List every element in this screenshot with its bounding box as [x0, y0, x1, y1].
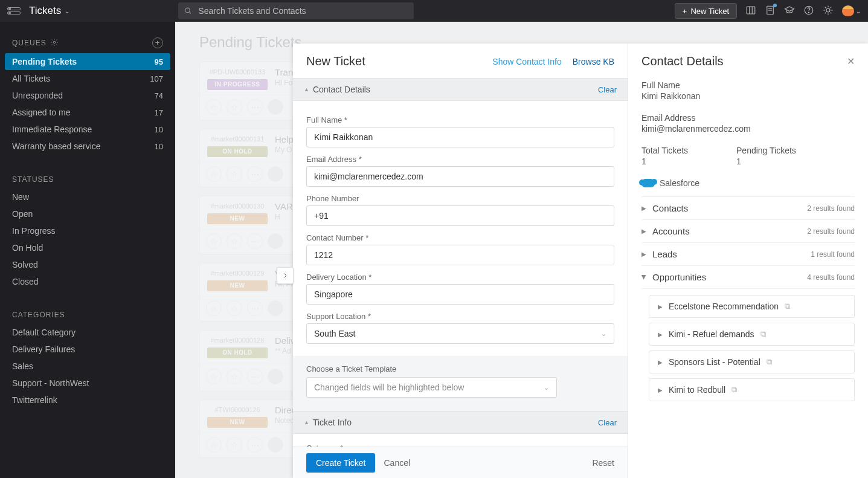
- topbar-icons: ⌄: [745, 5, 861, 18]
- clear-contact-button[interactable]: Clear: [598, 85, 617, 94]
- search-input[interactable]: [198, 6, 408, 16]
- external-link-icon[interactable]: ⧉: [767, 357, 772, 367]
- sidebar-queue-item[interactable]: Assigned to me17: [0, 104, 175, 121]
- academy-icon[interactable]: [784, 5, 795, 18]
- svg-point-10: [826, 8, 830, 12]
- chevron-down-icon: ⌄: [544, 384, 549, 392]
- queues-label: QUEUES: [12, 39, 47, 47]
- status-label: Closed: [12, 277, 39, 286]
- chevron-right-icon: ▶: [641, 205, 646, 212]
- related-group[interactable]: ▶Accounts2 results found: [641, 220, 855, 243]
- related-group-count: 1 result found: [811, 250, 855, 259]
- gear-icon[interactable]: [50, 38, 59, 48]
- opportunity-name: Eccelstone Recommendation: [669, 302, 779, 311]
- full-name-label: Full Name *: [306, 115, 614, 124]
- sidebar-status-item[interactable]: New: [0, 189, 175, 205]
- help-icon[interactable]: [803, 5, 814, 18]
- section-ticket-info[interactable]: ▲ Ticket Info Clear: [293, 411, 628, 434]
- status-label: On Hold: [12, 243, 43, 253]
- sidebar-status-item[interactable]: Open: [0, 205, 175, 222]
- opportunity-item[interactable]: ▶Sponsors List - Potential⧉: [649, 350, 855, 373]
- sidebar-category-item[interactable]: Sales: [0, 358, 175, 375]
- contact-number-input[interactable]: [306, 245, 614, 265]
- reset-button[interactable]: Reset: [592, 458, 614, 468]
- close-icon[interactable]: ✕: [847, 56, 855, 67]
- external-link-icon[interactable]: ⧉: [760, 329, 766, 339]
- sidebar-status-item[interactable]: On Hold: [0, 239, 175, 256]
- svg-line-15: [825, 7, 826, 8]
- svg-point-9: [808, 12, 809, 13]
- queue-count: 107: [150, 74, 163, 83]
- sidebar-category-item[interactable]: Twitterrelink: [0, 392, 175, 409]
- avatar-icon: [842, 5, 854, 16]
- contact-name-label: Full Name: [641, 80, 855, 90]
- support-location-select[interactable]: South East ⌄: [306, 323, 614, 344]
- external-link-icon[interactable]: ⧉: [731, 385, 737, 395]
- sidebar-category-item[interactable]: Default Category: [0, 324, 175, 341]
- phone-input[interactable]: [306, 205, 614, 226]
- queue-label: Unresponded: [12, 91, 63, 100]
- phone-label: Phone Number: [306, 194, 614, 203]
- browse-kb-link[interactable]: Browse KB: [573, 57, 614, 66]
- svg-line-1: [189, 12, 191, 14]
- clear-ticket-button[interactable]: Clear: [598, 418, 617, 427]
- related-group[interactable]: ▶Contacts2 results found: [641, 197, 855, 220]
- create-ticket-button[interactable]: Create Ticket: [306, 453, 375, 473]
- category-label: Delivery Failures: [12, 344, 75, 354]
- related-group-count: 2 results found: [807, 227, 855, 236]
- contact-name-value: Kimi Raikkonan: [641, 91, 855, 101]
- modal-title: New Ticket: [306, 54, 365, 68]
- pending-tickets-label: Pending Tickets: [736, 146, 796, 155]
- settings-sun-icon[interactable]: [823, 5, 834, 18]
- sidebar-status-item[interactable]: Closed: [0, 273, 175, 290]
- status-label: Open: [12, 209, 33, 219]
- expand-panel-button[interactable]: [277, 267, 294, 284]
- queue-count: 74: [155, 91, 163, 100]
- sidebar-queue-item[interactable]: All Tickets107: [0, 70, 175, 87]
- section-ticket-label: Ticket Info: [313, 418, 352, 427]
- notepad-icon[interactable]: [765, 5, 776, 18]
- external-link-icon[interactable]: ⧉: [785, 302, 790, 311]
- new-ticket-form: New Ticket Show Contact Info Browse KB ▲…: [293, 44, 628, 478]
- queue-count: 10: [155, 142, 163, 151]
- sidebar-status-item[interactable]: Solved: [0, 256, 175, 273]
- new-ticket-button[interactable]: + New Ticket: [675, 3, 737, 19]
- opportunity-item[interactable]: ▶Kimi to Redbull⧉: [649, 378, 855, 401]
- sidebar-queue-item[interactable]: Warranty based service10: [0, 138, 175, 155]
- add-queue-button[interactable]: +: [152, 37, 163, 48]
- chevron-down-icon: ⌄: [65, 8, 69, 15]
- salesforce-label: Salesforce: [660, 178, 699, 188]
- cancel-button[interactable]: Cancel: [384, 458, 410, 468]
- sidebar-category-item[interactable]: Support - NorthWest: [0, 375, 175, 392]
- queue-label: All Tickets: [12, 74, 50, 83]
- user-menu[interactable]: ⌄: [842, 5, 861, 16]
- contact-details-panel: Contact Details ✕ Full Name Kimi Raikkon…: [628, 44, 868, 478]
- topbar: Tickets ⌄ + New Ticket ⌄: [0, 0, 868, 22]
- sidebar: QUEUES + Pending Tickets95All Tickets107…: [0, 22, 175, 478]
- pending-tickets-value: 1: [736, 157, 796, 166]
- collapse-icon: ▲: [304, 86, 309, 92]
- plus-icon: +: [683, 7, 687, 16]
- email-input[interactable]: [306, 166, 614, 187]
- global-search[interactable]: [178, 2, 414, 19]
- sidebar-queue-item[interactable]: Pending Tickets95: [5, 53, 170, 70]
- opportunity-item[interactable]: ▶Kimi - Refuel demands⧉: [649, 323, 855, 346]
- full-name-input[interactable]: [306, 127, 614, 147]
- show-contact-info-link[interactable]: Show Contact Info: [492, 57, 561, 66]
- opportunity-item[interactable]: ▶Eccelstone Recommendation⧉: [649, 295, 855, 318]
- sidebar-category-item[interactable]: Delivery Failures: [0, 341, 175, 358]
- contact-details-title: Contact Details: [641, 54, 724, 68]
- ticket-template-select[interactable]: Changed fields will be highlighted below…: [306, 377, 557, 398]
- delivery-location-input[interactable]: [306, 284, 614, 305]
- sidebar-queue-item[interactable]: Unresponded74: [0, 87, 175, 104]
- map-icon[interactable]: [745, 5, 756, 18]
- categories-heading: CATEGORIES: [0, 301, 175, 324]
- queue-label: Immediate Response: [12, 124, 92, 134]
- app-title-dropdown[interactable]: Tickets ⌄: [29, 5, 69, 17]
- related-group[interactable]: ▶Opportunities4 results found: [641, 266, 855, 289]
- sidebar-queue-item[interactable]: Immediate Response10: [0, 121, 175, 138]
- related-group[interactable]: ▶Leads1 result found: [641, 243, 855, 266]
- section-contact-details[interactable]: ▲ Contact Details Clear: [293, 78, 628, 101]
- salesforce-integration[interactable]: Salesforce: [641, 178, 855, 197]
- sidebar-status-item[interactable]: In Progress: [0, 222, 175, 239]
